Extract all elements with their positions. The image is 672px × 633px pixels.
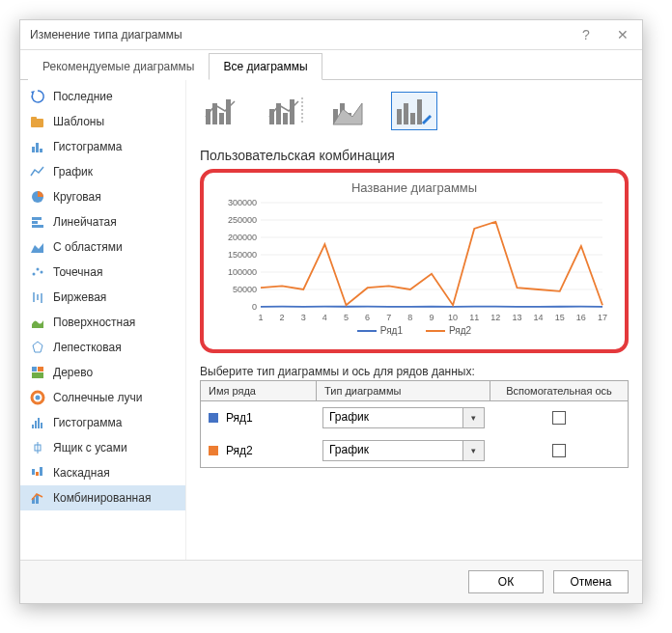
svg-text:200000: 200000 [228,233,257,242]
sidebar-item-label: С областями [53,240,123,254]
header-name: Имя ряда [201,381,317,400]
svg-rect-32 [36,495,39,504]
sidebar-item-stock[interactable]: Биржевая [20,285,185,310]
svg-rect-0 [31,119,43,127]
combo-icon [30,490,45,506]
series-swatch [209,413,218,423]
sidebar-item-tree[interactable]: Дерево [20,360,185,385]
chevron-down-icon: ▾ [462,441,484,460]
svg-text:5: 5 [344,313,349,322]
sunburst-icon [30,390,45,405]
combo-subtype-1[interactable] [200,92,246,130]
svg-point-11 [37,268,40,271]
header-type: Тип диаграммы [317,381,490,400]
sidebar-item-hbar[interactable]: Линейчатая [20,209,185,234]
svg-rect-48 [410,113,415,124]
svg-rect-19 [32,372,43,378]
box-icon [30,440,45,455]
sidebar-item-label: Круговая [53,190,101,204]
svg-rect-36 [226,99,231,124]
svg-rect-22 [32,425,34,428]
svg-text:4: 4 [322,313,327,322]
sidebar-item-waterfall[interactable]: Каскадная [20,460,185,485]
svg-text:9: 9 [429,313,434,322]
sidebar-item-line[interactable]: График [20,159,185,184]
sidebar-item-label: Поверхностная [53,316,135,329]
sidebar-item-histogram[interactable]: Гистограмма [20,410,185,435]
svg-marker-16 [33,342,42,352]
svg-text:0: 0 [252,302,257,312]
svg-marker-9 [31,243,43,253]
sidebar-item-label: Гистограмма [53,416,122,429]
dropdown-value: График [323,408,462,427]
series-row-1: Ряд1 График ▾ [201,401,628,434]
help-button[interactable]: ? [576,28,596,41]
svg-rect-25 [41,423,42,428]
sidebar-item-area[interactable]: С областями [20,234,185,260]
tab-recommended[interactable]: Рекомендуемые диаграммы [28,53,209,80]
svg-rect-35 [219,113,224,124]
chart-canvas: 0500001000001500002000002500003000001234… [213,197,615,322]
sidebar-item-sunburst[interactable]: Солнечные лучи [20,385,185,410]
sidebar-item-recent[interactable]: Последние [20,84,185,109]
svg-text:50000: 50000 [233,285,257,294]
svg-rect-4 [40,149,42,152]
combo-subtype-3[interactable] [327,92,374,130]
sidebar-item-label: Точечная [53,265,102,279]
dialog-footer: ОК Отмена [20,560,642,603]
legend-series-2: Ряд2 [449,325,471,336]
sidebar-item-radar[interactable]: Лепестковая [20,335,185,360]
sidebar-item-combo[interactable]: Комбинированная [20,485,185,510]
series-name: Ряд1 [226,411,317,425]
svg-rect-7 [32,221,38,224]
svg-rect-8 [32,225,43,228]
bar-icon [30,139,45,154]
tree-icon [30,365,45,380]
sidebar-item-label: Последние [53,90,113,103]
ok-button[interactable]: ОК [468,570,544,593]
series-type-dropdown[interactable]: График ▾ [322,440,485,461]
sidebar-item-label: Дерево [53,366,93,379]
tab-all-charts[interactable]: Все диаграммы [209,53,322,80]
close-button[interactable]: ✕ [613,28,632,41]
cancel-button[interactable]: Отмена [553,570,629,593]
svg-text:16: 16 [576,313,586,322]
secondary-axis-checkbox[interactable] [552,411,566,425]
chart-legend: Ряд1 Ряд2 [213,325,615,336]
combo-subtype-4-custom[interactable] [391,92,437,130]
titlebar: Изменение типа диаграммы ? ✕ [20,20,642,50]
legend-series-1: Ряд1 [380,325,403,336]
surface-icon [30,315,45,330]
svg-rect-24 [38,418,40,428]
svg-point-10 [33,273,36,276]
line-icon [30,164,45,179]
area-icon [30,239,45,255]
svg-text:150000: 150000 [228,250,257,260]
svg-text:2: 2 [280,313,285,322]
combo-subtype-2[interactable] [264,92,310,130]
templates-icon [30,114,45,129]
svg-text:8: 8 [407,313,412,322]
sidebar-item-label: Солнечные лучи [53,391,142,404]
sidebar-item-bar[interactable]: Гистограмма [20,134,185,159]
svg-rect-17 [32,367,37,372]
secondary-axis-checkbox[interactable] [552,444,566,457]
svg-point-21 [36,396,41,400]
svg-rect-40 [290,99,294,124]
sidebar-item-templates[interactable]: Шаблоны [20,109,185,134]
tab-bar: Рекомендуемые диаграммы Все диаграммы [20,52,642,80]
sidebar-item-label: Гистограмма [53,140,122,153]
sidebar-item-scatter[interactable]: Точечная [20,260,185,285]
sidebar-item-box[interactable]: Ящик с усами [20,435,185,460]
svg-text:14: 14 [534,313,544,322]
chevron-down-icon: ▾ [462,408,484,427]
config-label: Выберите тип диаграммы и ось для рядов д… [200,365,629,378]
svg-text:13: 13 [512,313,521,322]
sidebar-item-surface[interactable]: Поверхностная [20,310,185,335]
sidebar-item-pie[interactable]: Круговая [20,184,185,209]
svg-text:300000: 300000 [228,198,257,207]
svg-rect-23 [35,421,37,428]
series-type-dropdown[interactable]: График ▾ [322,407,485,428]
sidebar-item-label: Ящик с усами [53,441,127,454]
svg-text:6: 6 [365,313,370,322]
